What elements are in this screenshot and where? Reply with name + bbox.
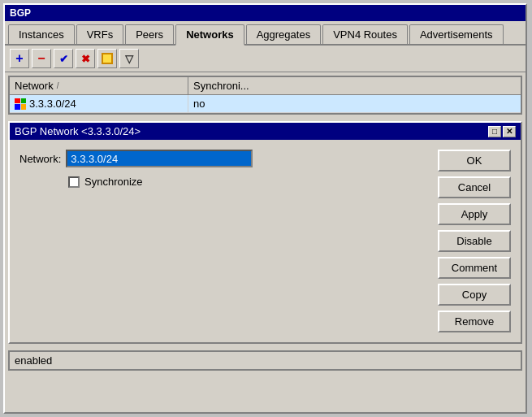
square-icon — [102, 53, 113, 64]
table-row[interactable]: 3.3.3.0/24 no — [10, 95, 521, 113]
table-header: Network / Synchroni... — [10, 77, 521, 95]
apply-button[interactable]: Apply — [438, 203, 511, 225]
tab-aggregates[interactable]: Aggregates — [246, 24, 322, 44]
network-table: Network / Synchroni... 3.3.3.0/24 no — [8, 76, 522, 115]
dialog-restore-button[interactable]: □ — [488, 126, 501, 137]
dialog-title: BGP Network <3.3.3.0/24> — [15, 125, 141, 137]
column-network: Network / — [10, 77, 188, 94]
tab-peers[interactable]: Peers — [125, 24, 174, 44]
title-bar: BGP — [5, 5, 526, 21]
cell-synchronize: no — [188, 95, 286, 112]
disable-button[interactable]: Disable — [438, 230, 511, 252]
minus-icon: − — [37, 51, 45, 66]
network-field-row: Network: — [19, 150, 428, 167]
synchronize-label: Synchronize — [84, 176, 143, 188]
tab-vrfs[interactable]: VRFs — [76, 24, 124, 44]
close-icon: ✕ — [506, 127, 513, 136]
tab-vpn4routes[interactable]: VPN4 Routes — [322, 24, 408, 44]
synchronize-row: Synchronize — [68, 176, 428, 188]
tab-instances[interactable]: Instances — [8, 24, 75, 44]
comment-button[interactable]: Comment — [438, 257, 511, 279]
remove-dialog-button[interactable]: Remove — [438, 311, 511, 332]
cancel-dialog-button[interactable]: Cancel — [438, 176, 511, 198]
dialog-form: Network: Synchronize — [19, 150, 428, 332]
dialog-title-bar: BGP Network <3.3.3.0/24> □ ✕ — [10, 123, 521, 140]
tab-bar: Instances VRFs Peers Networks Aggregates… — [5, 21, 526, 46]
dialog-title-buttons: □ ✕ — [488, 126, 516, 137]
window-title: BGP — [10, 7, 31, 19]
check-icon: ✔ — [59, 53, 68, 65]
toolbar: + − ✔ ✖ ▽ — [5, 46, 526, 72]
dialog-close-button[interactable]: ✕ — [503, 126, 516, 137]
status-bar: enabled — [8, 350, 522, 371]
network-input[interactable] — [66, 150, 253, 167]
check-button[interactable]: ✔ — [54, 49, 73, 68]
network-icon — [15, 98, 26, 110]
sort-arrow-icon: / — [57, 81, 59, 90]
column-synchronize: Synchroni... — [188, 77, 286, 94]
copy-button[interactable]: Copy — [438, 284, 511, 306]
dialog-content: Network: Synchronize OK Cancel Apply — [10, 140, 521, 342]
square-button[interactable] — [97, 49, 117, 68]
remove-button[interactable]: − — [32, 49, 51, 68]
dialog-button-panel: OK Cancel Apply Disable Comment Copy — [438, 150, 511, 332]
cell-network: 3.3.3.0/24 — [10, 95, 188, 112]
tab-networks[interactable]: Networks — [175, 24, 244, 46]
plus-icon: + — [15, 52, 23, 65]
tab-advertisements[interactable]: Advertisements — [409, 24, 504, 44]
restore-icon: □ — [492, 127, 497, 136]
synchronize-checkbox[interactable] — [68, 176, 80, 188]
status-text: enabled — [15, 354, 52, 367]
x-icon: ✖ — [81, 53, 90, 65]
bgp-network-dialog: BGP Network <3.3.3.0/24> □ ✕ Network: Sy… — [8, 121, 522, 344]
filter-icon: ▽ — [125, 53, 133, 65]
ok-button[interactable]: OK — [438, 150, 511, 172]
add-button[interactable]: + — [10, 49, 29, 68]
cancel-button[interactable]: ✖ — [76, 49, 95, 68]
filter-button[interactable]: ▽ — [119, 49, 139, 68]
network-label: Network: — [19, 153, 61, 165]
main-window: BGP Instances VRFs Peers Networks Aggreg… — [3, 3, 527, 414]
